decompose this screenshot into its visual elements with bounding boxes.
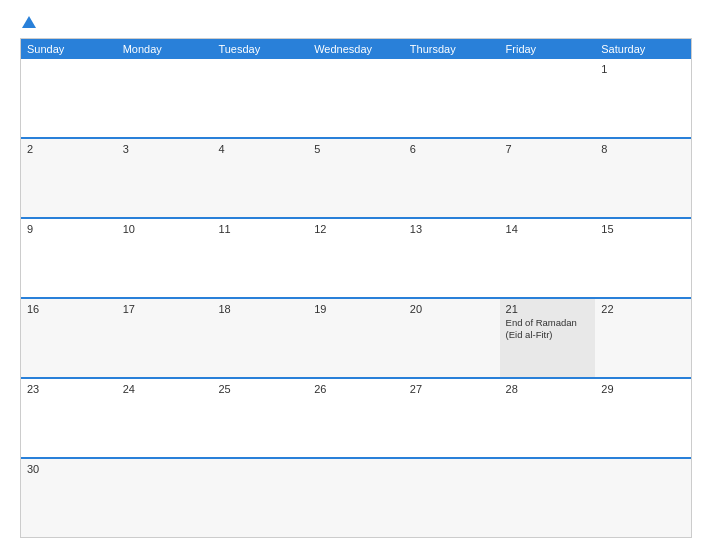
day-number: 22 — [601, 303, 685, 315]
day-cell — [212, 59, 308, 137]
day-number: 26 — [314, 383, 398, 395]
day-number: 11 — [218, 223, 302, 235]
day-cell — [404, 59, 500, 137]
day-number: 30 — [27, 463, 111, 475]
day-cell: 19 — [308, 299, 404, 377]
day-cell — [500, 59, 596, 137]
day-number: 12 — [314, 223, 398, 235]
page-header — [20, 16, 692, 28]
day-cell: 8 — [595, 139, 691, 217]
day-cell: 14 — [500, 219, 596, 297]
day-cell: 18 — [212, 299, 308, 377]
day-cell: 6 — [404, 139, 500, 217]
day-cell — [500, 459, 596, 537]
day-number: 8 — [601, 143, 685, 155]
day-number: 23 — [27, 383, 111, 395]
day-cell — [308, 59, 404, 137]
calendar-grid: Sunday Monday Tuesday Wednesday Thursday… — [20, 38, 692, 538]
day-cell: 30 — [21, 459, 117, 537]
day-cell: 5 — [308, 139, 404, 217]
week-row-0: 1 — [21, 59, 691, 137]
day-cell: 11 — [212, 219, 308, 297]
day-cell: 25 — [212, 379, 308, 457]
day-number: 4 — [218, 143, 302, 155]
day-number: 21 — [506, 303, 590, 315]
day-number: 15 — [601, 223, 685, 235]
day-cell — [404, 459, 500, 537]
day-cell: 12 — [308, 219, 404, 297]
day-cell: 29 — [595, 379, 691, 457]
week-row-4: 23242526272829 — [21, 377, 691, 457]
day-cell: 23 — [21, 379, 117, 457]
day-cell: 7 — [500, 139, 596, 217]
logo — [20, 16, 38, 28]
day-number: 6 — [410, 143, 494, 155]
week-row-3: 161718192021End of Ramadan (Eid al-Fitr)… — [21, 297, 691, 377]
day-number: 2 — [27, 143, 111, 155]
day-cell — [308, 459, 404, 537]
day-cell: 21End of Ramadan (Eid al-Fitr) — [500, 299, 596, 377]
day-number: 29 — [601, 383, 685, 395]
header-wednesday: Wednesday — [308, 39, 404, 59]
day-cell: 4 — [212, 139, 308, 217]
day-number: 5 — [314, 143, 398, 155]
day-headers-row: Sunday Monday Tuesday Wednesday Thursday… — [21, 39, 691, 59]
header-tuesday: Tuesday — [212, 39, 308, 59]
day-number: 14 — [506, 223, 590, 235]
day-number: 7 — [506, 143, 590, 155]
day-cell — [595, 459, 691, 537]
header-thursday: Thursday — [404, 39, 500, 59]
day-cell: 3 — [117, 139, 213, 217]
day-cell — [117, 459, 213, 537]
day-number: 18 — [218, 303, 302, 315]
day-cell: 20 — [404, 299, 500, 377]
calendar-page: Sunday Monday Tuesday Wednesday Thursday… — [0, 0, 712, 550]
day-cell: 15 — [595, 219, 691, 297]
weeks-container: 123456789101112131415161718192021End of … — [21, 59, 691, 537]
day-number: 19 — [314, 303, 398, 315]
day-cell: 28 — [500, 379, 596, 457]
day-number: 27 — [410, 383, 494, 395]
day-cell — [117, 59, 213, 137]
header-sunday: Sunday — [21, 39, 117, 59]
day-cell: 13 — [404, 219, 500, 297]
day-number: 10 — [123, 223, 207, 235]
day-number: 24 — [123, 383, 207, 395]
day-cell: 26 — [308, 379, 404, 457]
week-row-1: 2345678 — [21, 137, 691, 217]
day-number: 1 — [601, 63, 685, 75]
day-cell: 10 — [117, 219, 213, 297]
day-number: 17 — [123, 303, 207, 315]
day-number: 25 — [218, 383, 302, 395]
day-number: 28 — [506, 383, 590, 395]
day-cell: 1 — [595, 59, 691, 137]
day-cell: 22 — [595, 299, 691, 377]
day-cell: 27 — [404, 379, 500, 457]
logo-triangle-icon — [22, 16, 36, 28]
day-cell: 24 — [117, 379, 213, 457]
event-label: End of Ramadan (Eid al-Fitr) — [506, 317, 590, 342]
day-number: 9 — [27, 223, 111, 235]
header-friday: Friday — [500, 39, 596, 59]
header-monday: Monday — [117, 39, 213, 59]
day-cell: 17 — [117, 299, 213, 377]
day-cell: 2 — [21, 139, 117, 217]
week-row-2: 9101112131415 — [21, 217, 691, 297]
day-cell: 16 — [21, 299, 117, 377]
day-number: 20 — [410, 303, 494, 315]
day-number: 3 — [123, 143, 207, 155]
day-cell — [21, 59, 117, 137]
day-cell: 9 — [21, 219, 117, 297]
day-number: 13 — [410, 223, 494, 235]
day-cell — [212, 459, 308, 537]
day-number: 16 — [27, 303, 111, 315]
week-row-5: 30 — [21, 457, 691, 537]
header-saturday: Saturday — [595, 39, 691, 59]
